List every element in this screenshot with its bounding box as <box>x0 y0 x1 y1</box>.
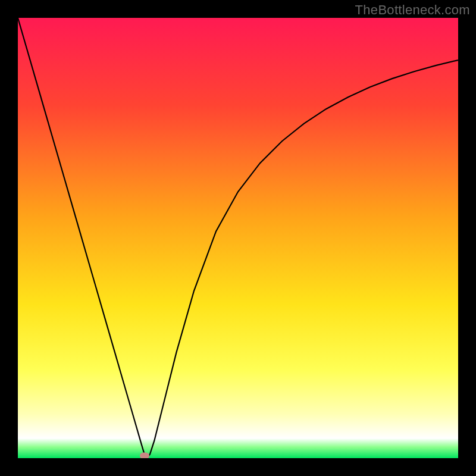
plot-area <box>18 18 458 458</box>
chart-frame: TheBottleneck.com <box>0 0 476 476</box>
gradient-background <box>18 18 458 458</box>
chart-svg <box>18 18 458 458</box>
watermark-text: TheBottleneck.com <box>355 2 470 18</box>
minimum-marker <box>140 452 149 458</box>
